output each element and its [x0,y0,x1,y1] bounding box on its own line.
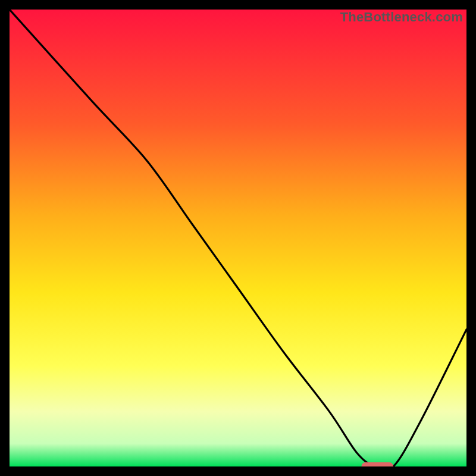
chart-frame: TheBottleneck.com [0,0,476,476]
chart-svg [10,10,466,466]
gradient-background [10,10,466,466]
watermark-text: TheBottleneck.com [340,10,463,25]
optimal-marker [361,462,393,466]
plot-area: TheBottleneck.com [10,10,466,466]
